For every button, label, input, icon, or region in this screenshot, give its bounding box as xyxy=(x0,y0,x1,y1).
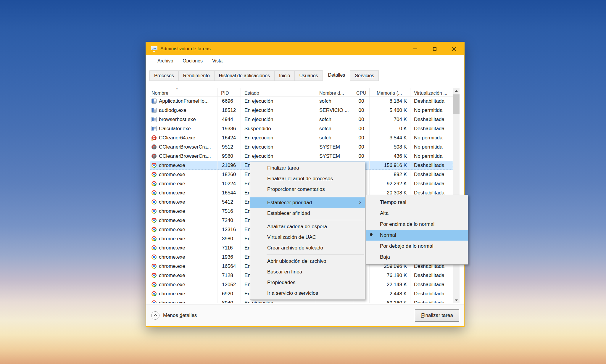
process-row[interactable]: audiodg.exe18512En ejecuciónSERVICIO ...… xyxy=(150,106,453,115)
scrollbar-thumb[interactable] xyxy=(453,94,460,114)
context-menu-item-establecer-afinidad[interactable]: Establecer afinidad xyxy=(250,208,365,219)
priority-option-por-encima-de-lo-normal[interactable]: Por encima de lo normal xyxy=(366,219,468,230)
cell-memoria: 508 K xyxy=(370,142,410,152)
column-header-virt[interactable]: Virtualización ... xyxy=(410,88,453,96)
minimize-button[interactable] xyxy=(405,42,425,55)
process-name-label: CCleanerBrowserCra... xyxy=(159,144,211,150)
cell-pid: 4944 xyxy=(217,115,241,124)
context-menu-item-proporcionar-comentarios[interactable]: Proporcionar comentarios xyxy=(250,184,365,195)
cell-usuario: SYSTEM xyxy=(316,152,353,161)
priority-option-tiempo-real[interactable]: Tiempo real xyxy=(366,197,468,208)
end-task-button[interactable]: Finalizar tarea xyxy=(415,309,459,322)
cell-name: chrome.exe xyxy=(150,271,217,280)
cell-virt: Deshabilitada xyxy=(410,298,453,303)
tab-historial-de-aplicaciones[interactable]: Historial de aplicaciones xyxy=(215,70,275,81)
cell-name: chrome.exe xyxy=(150,170,217,179)
process-name-label: chrome.exe xyxy=(159,218,185,223)
cell-name: chrome.exe xyxy=(150,197,217,207)
tab-detalles[interactable]: Detalles xyxy=(323,69,351,81)
cell-virt: No permitida xyxy=(410,152,453,161)
cell-name: chrome.exe xyxy=(150,225,217,234)
cell-name: chrome.exe xyxy=(150,188,217,197)
menubar-item-archivo[interactable]: Archivo xyxy=(153,57,178,65)
cell-estado: En ejecución xyxy=(241,96,316,106)
context-menu-item-propiedades[interactable]: Propiedades xyxy=(250,277,365,288)
menubar-item-opciones[interactable]: Opciones xyxy=(178,57,207,65)
column-header-name[interactable]: Nombre^ xyxy=(150,88,217,96)
context-menu-item-establecer-prioridad[interactable]: Establecer prioridad› xyxy=(250,197,365,208)
process-row[interactable]: Calculator.exe19336Suspendidosofch000 KD… xyxy=(150,124,453,133)
priority-option-alta[interactable]: Alta xyxy=(366,208,468,219)
tab-procesos[interactable]: Procesos xyxy=(149,70,179,81)
context-menu-item-finalizar-tarea[interactable]: Finalizar tarea xyxy=(250,163,365,173)
cell-name: chrome.exe xyxy=(150,280,217,289)
close-button[interactable] xyxy=(444,42,464,55)
column-header-cpu[interactable]: CPU xyxy=(353,88,370,96)
application-icon xyxy=(152,126,157,131)
cell-name: chrome.exe xyxy=(150,243,217,252)
chrome-icon xyxy=(152,273,157,278)
priority-option-normal[interactable]: Normal xyxy=(366,230,468,241)
column-header-estado[interactable]: Estado xyxy=(241,88,316,96)
less-details-toggle[interactable]: Menos detalles xyxy=(151,311,197,320)
cell-pid: 19336 xyxy=(217,124,241,133)
context-menu-item-finalizar-el-arbol-de-procesos[interactable]: Finalizar el árbol de procesos xyxy=(250,173,365,184)
tab-inicio[interactable]: Inicio xyxy=(275,70,295,81)
maximize-button[interactable] xyxy=(425,42,444,55)
process-name-label: chrome.exe xyxy=(159,263,185,269)
cell-pid: 16544 xyxy=(217,188,241,197)
scrollbar-down-button[interactable] xyxy=(453,297,460,303)
tab-servicios[interactable]: Servicios xyxy=(350,70,379,81)
cell-pid: 12052 xyxy=(217,280,241,289)
process-row[interactable]: CCleaner64.exe16424En ejecuciónsofch003.… xyxy=(150,133,453,142)
priority-option-baja[interactable]: Baja xyxy=(366,252,468,262)
window-titlebar[interactable]: Administrador de tareas xyxy=(146,42,464,55)
tab-rendimiento[interactable]: Rendimiento xyxy=(179,70,215,81)
process-row[interactable]: CCleanerBrowserCra...9512En ejecuciónSYS… xyxy=(150,142,453,152)
process-row[interactable]: ApplicationFrameHo...6696En ejecuciónsof… xyxy=(150,96,453,106)
application-icon xyxy=(152,117,157,122)
scrollbar-up-button[interactable] xyxy=(453,88,460,94)
chrome-icon xyxy=(152,181,157,186)
process-name-label: chrome.exe xyxy=(159,282,185,288)
cell-virt: Deshabilitada xyxy=(410,271,453,280)
chrome-icon xyxy=(152,300,157,303)
cell-cpu: 00 xyxy=(353,142,370,152)
cell-virt: Deshabilitada xyxy=(410,115,453,124)
context-menu-item-buscar-en-linea[interactable]: Buscar en línea xyxy=(250,267,365,277)
priority-option-por-debajo-de-lo-normal[interactable]: Por debajo de lo normal xyxy=(366,241,468,252)
process-row[interactable]: browserhost.exe4944En ejecuciónsofch0070… xyxy=(150,115,453,124)
context-menu-item-abrir-ubicacion-del-archivo[interactable]: Abrir ubicación del archivo xyxy=(250,256,365,267)
ccleaner-crash-icon xyxy=(152,154,157,159)
cell-pid: 5412 xyxy=(217,197,241,207)
ccleaner-icon xyxy=(152,135,157,140)
chrome-icon xyxy=(152,291,157,296)
context-menu-item-crear-archivo-de-volcado[interactable]: Crear archivo de volcado xyxy=(250,243,365,253)
cell-pid: 3980 xyxy=(217,234,241,243)
menubar-item-vista[interactable]: Vista xyxy=(207,57,227,65)
cell-estado: En ejecución xyxy=(241,106,316,115)
cell-memoria: 76.180 K xyxy=(370,271,410,280)
cell-virt: Deshabilitada xyxy=(410,96,453,106)
chrome-icon xyxy=(152,190,157,195)
label-prefix: Menos xyxy=(163,313,180,318)
cell-estado: Suspendido xyxy=(241,124,316,133)
process-name-label: Calculator.exe xyxy=(159,126,191,132)
chevron-up-icon xyxy=(154,314,157,318)
cell-cpu: 00 xyxy=(353,152,370,161)
tab-usuarios[interactable]: Usuarios xyxy=(295,70,323,81)
cell-memoria: 0 K xyxy=(370,124,410,133)
cell-memoria: 3.544 K xyxy=(370,133,410,142)
context-menu-item-virtualizacion-de-uac[interactable]: Virtualización de UAC xyxy=(250,232,365,243)
process-row[interactable]: CCleanerBrowserCra...9560En ejecuciónSYS… xyxy=(150,152,453,161)
column-header-usuario[interactable]: Nombre d... xyxy=(316,88,353,96)
column-header-pid[interactable]: PID xyxy=(217,88,241,96)
context-menu-item-ir-a-servicio-o-servicios[interactable]: Ir a servicio o servicios xyxy=(250,288,365,299)
context-menu-item-analizar-cadena-de-espera[interactable]: Analizar cadena de espera xyxy=(250,221,365,232)
cell-memoria: 92.292 K xyxy=(370,179,410,188)
menu-separator xyxy=(267,220,364,220)
column-header-memoria[interactable]: Memoria (... xyxy=(370,88,410,96)
ccleaner-crash-icon xyxy=(152,144,157,149)
submenu-arrow-icon: › xyxy=(359,199,361,206)
less-details-label: Menos detalles xyxy=(163,313,197,318)
